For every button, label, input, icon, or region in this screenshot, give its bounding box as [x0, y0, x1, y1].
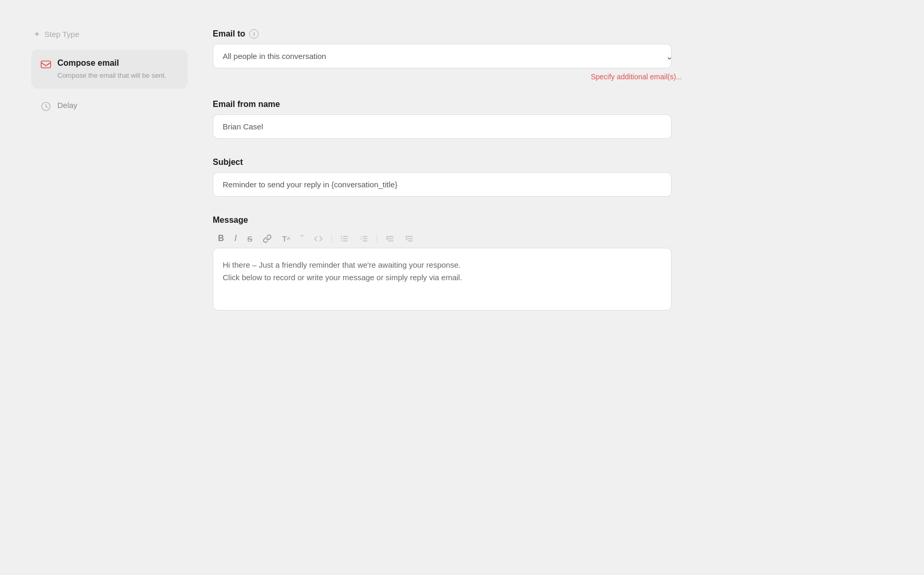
- clock-icon: [41, 101, 51, 112]
- message-label: Message: [213, 215, 682, 225]
- delay-title: Delay: [57, 100, 77, 111]
- bullet-list-icon: [340, 234, 349, 243]
- italic-button[interactable]: I: [230, 231, 241, 246]
- main-content: Email to i All people in this conversati…: [213, 25, 682, 550]
- bold-button[interactable]: B: [214, 231, 228, 246]
- message-section: Message B I S: [213, 215, 682, 310]
- email-from-name-label: Email from name: [213, 100, 682, 109]
- indent-decrease-icon: [385, 234, 394, 243]
- svg-point-5: [341, 236, 342, 237]
- email-to-info-icon[interactable]: i: [249, 29, 259, 39]
- code-button[interactable]: [310, 231, 327, 246]
- svg-point-6: [341, 238, 342, 239]
- message-line-2: Click below to record or write your mess…: [223, 273, 462, 282]
- specify-additional-emails-link[interactable]: Specify additional email(s)...: [213, 73, 682, 81]
- indent-right-button[interactable]: [400, 231, 418, 246]
- toolbar-divider-2: [376, 234, 377, 243]
- message-textarea[interactable]: Hi there – Just a friendly reminder that…: [213, 248, 672, 310]
- numbered-list-icon: [359, 234, 368, 243]
- email-from-name-section: Email from name: [213, 100, 682, 139]
- numbered-list-button[interactable]: [355, 231, 372, 246]
- svg-rect-0: [41, 61, 51, 68]
- blockquote-button[interactable]: ": [296, 230, 308, 247]
- compose-email-subtitle: Compose the email that will be sent.: [57, 71, 166, 80]
- bullet-list-button[interactable]: [336, 231, 353, 246]
- code-icon: [314, 234, 323, 243]
- step-type-label: Step Type: [44, 30, 79, 39]
- subject-label: Subject: [213, 158, 682, 167]
- sidebar: ✦ Step Type Compose email Compose the em…: [31, 25, 188, 550]
- email-from-name-input[interactable]: [213, 114, 672, 139]
- email-to-section: Email to i All people in this conversati…: [213, 29, 682, 81]
- email-to-select[interactable]: All people in this conversation: [213, 44, 672, 68]
- sidebar-item-delay[interactable]: Delay: [31, 93, 188, 119]
- email-to-select-wrapper: All people in this conversation ⌄: [213, 44, 682, 68]
- sparkle-icon: ✦: [33, 29, 40, 39]
- message-toolbar: B I S TA ": [213, 230, 682, 247]
- compose-email-title: Compose email: [57, 58, 166, 69]
- step-type-header: ✦ Step Type: [31, 29, 188, 39]
- link-button[interactable]: [259, 231, 276, 246]
- email-to-label: Email to i: [213, 29, 682, 39]
- strikethrough-button[interactable]: S: [243, 231, 257, 246]
- sidebar-item-compose-email[interactable]: Compose email Compose the email that wil…: [31, 50, 188, 89]
- subject-section: Subject: [213, 158, 682, 197]
- message-line-1: Hi there – Just a friendly reminder that…: [223, 260, 460, 269]
- indent-left-button[interactable]: [381, 231, 398, 246]
- text-format-button[interactable]: TA: [278, 231, 294, 246]
- subject-input[interactable]: [213, 172, 672, 197]
- indent-increase-icon: [405, 234, 414, 243]
- toolbar-divider-1: [331, 234, 332, 243]
- link-icon: [263, 234, 272, 243]
- svg-point-7: [341, 240, 342, 241]
- email-icon: [41, 59, 51, 69]
